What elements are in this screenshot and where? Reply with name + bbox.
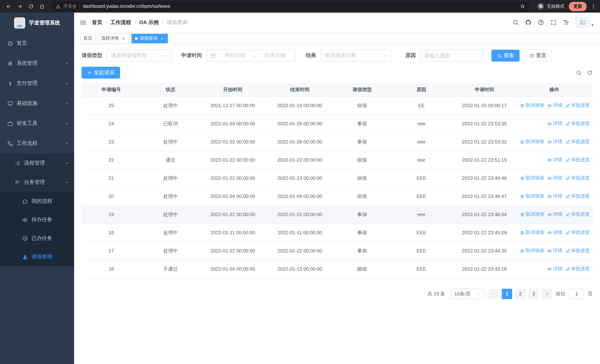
close-icon[interactable]: × — [121, 36, 126, 41]
cancel-leave-link[interactable]: 取消请假 — [520, 193, 544, 199]
flag-icon — [15, 180, 20, 185]
sidebar-item-home[interactable]: 首页 — [0, 33, 74, 53]
browser-menu-icon[interactable] — [590, 3, 596, 9]
sidebar-item-todo-tasks[interactable]: 待办任务 — [0, 211, 74, 229]
cell-reason: EEE — [390, 260, 453, 278]
cell-actions: 取消请假详情审批进度 — [516, 96, 593, 114]
home-icon[interactable] — [37, 1, 47, 11]
approval-progress-link[interactable]: 审批进度 — [565, 229, 590, 236]
forward-icon[interactable] — [15, 1, 24, 11]
page-number-button[interactable]: 1 — [502, 289, 512, 299]
result-select[interactable]: 请选择流结果 — [320, 50, 392, 62]
sidebar-item-payment[interactable]: 支付管理 — [0, 73, 74, 93]
cell-type: 事假 — [334, 133, 390, 151]
refresh-table-icon[interactable] — [587, 70, 593, 75]
table-row: 19处理中2022-01-22 00:00:002022-01-22 00:00… — [82, 205, 593, 224]
back-icon[interactable] — [4, 1, 13, 11]
detail-link[interactable]: 详情 — [547, 211, 562, 218]
sidebar-item-my-process[interactable]: 我的流程 — [0, 192, 74, 211]
approval-progress-link[interactable]: 审批进度 — [565, 121, 590, 127]
address-bar[interactable]: 不安全 dashboard.yudao.iocoder.cn/bpm/oa/le… — [51, 1, 530, 11]
sidebar-toggle-icon[interactable] — [80, 19, 87, 26]
chevron-up-icon — [65, 180, 69, 185]
detail-link[interactable]: 详情 — [547, 102, 562, 109]
table-toolbar: 发起请假 — [82, 67, 593, 79]
cancel-leave-link[interactable]: 取消请假 — [520, 248, 544, 254]
detail-link[interactable]: 详情 — [547, 175, 562, 181]
tab-home[interactable]: 首页 — [80, 34, 96, 43]
search-icon[interactable] — [513, 19, 519, 26]
approval-progress-link[interactable]: 审批进度 — [565, 248, 590, 254]
sidebar-item-label: 支付管理 — [17, 80, 38, 87]
cell-status: 已取消 — [141, 114, 200, 133]
page-number-button[interactable]: 2 — [515, 289, 525, 299]
fullscreen-icon[interactable] — [550, 19, 557, 26]
row-actions: 取消请假详情审批进度 — [518, 175, 590, 181]
edit-icon — [565, 230, 570, 235]
approval-progress-link[interactable]: 审批进度 — [565, 157, 590, 163]
next-page-button[interactable] — [542, 289, 552, 299]
font-size-icon[interactable] — [563, 19, 569, 26]
cell-status: 处理中 — [141, 205, 200, 224]
cancel-leave-link[interactable]: 取消请假 — [520, 175, 544, 181]
sidebar-item-leave-query[interactable]: 请假查询 — [0, 248, 74, 266]
leave-type-label: 请假类型 — [82, 52, 102, 59]
detail-link[interactable]: 详情 — [547, 193, 562, 199]
cell-type: 病假 — [334, 169, 390, 187]
approval-progress-link[interactable]: 审批进度 — [565, 211, 590, 218]
sidebar-item-infra[interactable]: 基础设施 — [0, 93, 74, 113]
reset-button[interactable]: 重置 — [524, 50, 552, 62]
approval-progress-link[interactable]: 审批进度 — [565, 266, 590, 272]
search-toggle-icon[interactable] — [576, 70, 581, 75]
breadcrumb-item[interactable]: OA 示例 — [139, 19, 159, 26]
tab-process-detail[interactable]: 流程详情× — [98, 34, 129, 43]
sidebar-item-devtools[interactable]: 研发工具 — [0, 113, 74, 133]
sidebar-item-done-tasks[interactable]: 已办任务 — [0, 229, 74, 248]
approval-progress-link[interactable]: 审批进度 — [565, 193, 590, 199]
reload-icon[interactable] — [26, 1, 36, 11]
approval-progress-link[interactable]: 审批进度 — [565, 139, 590, 145]
page-number-button[interactable]: 3 — [528, 289, 539, 299]
apply-time-range-picker[interactable]: 开始日期 - 结束日期 — [206, 50, 295, 62]
action-label: 审批进度 — [571, 211, 590, 218]
cell-type: 病假 — [334, 151, 390, 169]
sidebar-item-task-mgmt[interactable]: 任务管理 — [0, 173, 74, 192]
tab-leave-query[interactable]: 请假查询× — [131, 34, 168, 43]
tags-view: 首页流程详情×请假查询× — [74, 33, 600, 45]
reason-input[interactable] — [420, 50, 483, 62]
eye-icon — [547, 230, 552, 235]
leave-type-select[interactable]: 请选择请假类型 — [107, 50, 172, 62]
cancel-leave-link[interactable]: 取消请假 — [520, 211, 544, 218]
cancel-leave-link[interactable]: 取消请假 — [520, 139, 544, 145]
breadcrumb-item[interactable]: 工作流程 — [111, 19, 131, 26]
detail-link[interactable]: 详情 — [547, 266, 562, 272]
cancel-leave-link[interactable]: 取消请假 — [520, 229, 544, 236]
github-icon[interactable] — [525, 19, 531, 26]
create-leave-button[interactable]: 发起请假 — [82, 67, 120, 79]
chevron-down-icon — [163, 53, 168, 58]
detail-link[interactable]: 详情 — [547, 121, 562, 127]
close-icon[interactable]: × — [159, 36, 165, 41]
search-button[interactable]: 搜索 — [491, 50, 520, 62]
user-avatar[interactable]: ▼ — [576, 17, 594, 28]
cell-start: 2022-01-22 00:00:00 — [200, 151, 265, 169]
bookmark-star-icon[interactable] — [520, 4, 525, 9]
update-button[interactable]: 更新 — [569, 2, 587, 11]
breadcrumb-item[interactable]: 首页 — [92, 19, 102, 26]
cancel-leave-link[interactable]: 取消请假 — [520, 102, 544, 109]
sidebar-item-process-mgmt[interactable]: 流程管理 — [0, 153, 74, 173]
detail-link[interactable]: 详情 — [547, 248, 562, 254]
goto-page-input[interactable] — [569, 289, 584, 299]
approval-progress-link[interactable]: 审批进度 — [565, 102, 590, 109]
page-size-select[interactable]: 10条/页 — [450, 289, 485, 299]
edit-icon — [565, 194, 570, 198]
approval-progress-link[interactable]: 审批进度 — [565, 175, 590, 181]
help-icon[interactable] — [538, 19, 544, 26]
sidebar-item-label: 基础设施 — [17, 100, 38, 107]
sidebar-item-workflow[interactable]: 工作流程 — [0, 133, 74, 153]
sidebar-item-system[interactable]: 系统管理 — [0, 53, 74, 73]
detail-link[interactable]: 详情 — [547, 139, 562, 145]
prev-page-button[interactable] — [488, 289, 499, 299]
detail-link[interactable]: 详情 — [547, 229, 562, 236]
detail-link[interactable]: 详情 — [547, 157, 562, 163]
